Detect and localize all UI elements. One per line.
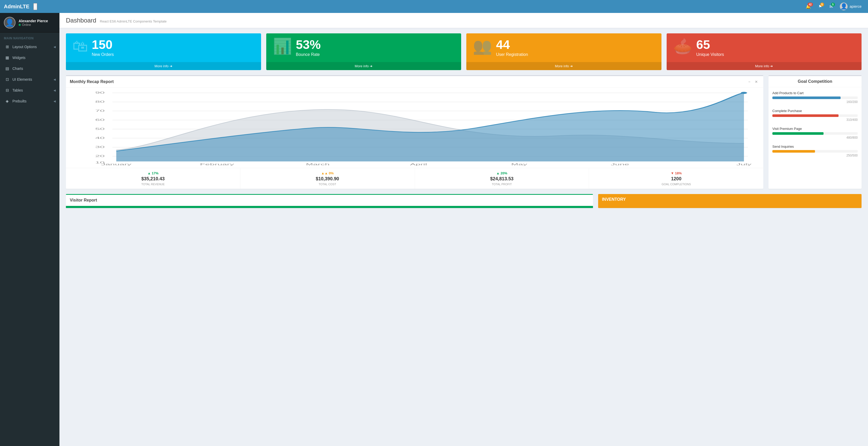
content-body: 🛍 150 New Orders More info ➜ 📊 xyxy=(59,28,868,213)
bounce-more-info[interactable]: More info ➜ xyxy=(266,62,461,70)
svg-text:90: 90 xyxy=(95,91,105,94)
cost-change-value: 0% xyxy=(329,171,334,175)
navbar-username: apierce xyxy=(850,4,862,8)
charts-icon: ▤ xyxy=(5,66,10,71)
completions-label: GOAL COMPLETIONS xyxy=(592,183,760,186)
info-box-visitors: 🥧 65 Unique Visitors More info ➜ xyxy=(666,33,862,70)
bottom-row: Visitor Report INVENTORY xyxy=(66,194,862,208)
sidebar-status: Online xyxy=(19,23,48,27)
svg-text:40: 40 xyxy=(95,136,105,140)
svg-text:30: 30 xyxy=(95,145,105,148)
user-menu[interactable]: 👤 apierce xyxy=(837,1,864,12)
widgets-icon: ▦ xyxy=(5,55,10,60)
bounce-text: Bounce Rate xyxy=(296,52,321,57)
monthly-report-header: Monthly Recap Report − ✕ xyxy=(66,76,763,88)
alerts-button[interactable]: ⚑ 5 xyxy=(815,2,825,12)
sidebar-item-layout-options[interactable]: ⊞ Layout Options ◀ xyxy=(0,41,59,52)
sidebar-avatar: 👤 xyxy=(4,17,16,28)
sidebar-toggle-button[interactable]: ≡ xyxy=(33,3,37,10)
close-button[interactable]: ✕ xyxy=(753,79,760,84)
down-arrow-icon xyxy=(671,171,674,175)
page-subtitle: React ES6 AdminLTE Components Template xyxy=(100,20,166,23)
navbar-right-section: 🔔 42 ⚑ 5 ✉ 5 👤 apierce xyxy=(803,1,864,12)
svg-text:February: February xyxy=(200,163,235,166)
orders-more-info[interactable]: More info ➜ xyxy=(66,62,261,70)
visitors-number: 65 xyxy=(696,38,724,51)
visitor-report-header: Visitor Report xyxy=(66,195,593,206)
goal-item-purchase: Complete Purchase 310/400 xyxy=(772,109,858,122)
messages-button[interactable]: ✉ 5 xyxy=(826,2,836,12)
chart-container: 90 80 70 60 50 40 30 20 10 xyxy=(66,88,763,168)
goal-item-premium: Visit Premium Page 480/800 xyxy=(772,127,858,140)
neutral-arrow-icon: ▲ xyxy=(321,171,328,175)
info-box-reg-content: 👥 44 User Registration xyxy=(466,33,661,62)
chevron-right-icon-ui: ◀ xyxy=(54,78,56,81)
main-content: Dashboard React ES6 AdminLTE Components … xyxy=(59,13,868,446)
sidebar-item-widgets[interactable]: ▦ Widgets xyxy=(0,52,59,63)
progress-wrap-purchase xyxy=(772,114,858,117)
visitor-report-title: Visitor Report xyxy=(70,198,97,203)
profit-label: TOTAL PROFIT xyxy=(418,183,586,186)
goal-max-add-cart: 200 xyxy=(852,100,858,104)
profit-change: 20% xyxy=(418,171,586,175)
visitors-more-info[interactable]: More info ➜ xyxy=(666,62,862,70)
progress-wrap-add-cart xyxy=(772,96,858,99)
orders-footer-label: More info xyxy=(155,64,168,68)
tables-icon: ⊟ xyxy=(5,88,10,93)
info-box-registrations: 👥 44 User Registration More info ➜ xyxy=(466,33,661,70)
svg-text:60: 60 xyxy=(95,118,105,121)
main-layout: 👤 Alexander Pierce Online Main Navigatio… xyxy=(0,13,868,446)
arrow-right-icon: ➜ xyxy=(169,64,173,68)
notifications-badge: 42 xyxy=(807,3,813,6)
chart-footer-cost: ▲ 0% $10,390.90 TOTAL COST xyxy=(240,168,415,189)
visitor-progress-bar xyxy=(66,206,593,208)
completions-change-value: 18% xyxy=(675,171,682,175)
orders-text: New Orders xyxy=(92,52,114,57)
profit-change-value: 20% xyxy=(501,171,507,175)
up-arrow-icon xyxy=(148,171,151,175)
sidebar-item-prebuilts[interactable]: ◈ Prebuilts ◀ xyxy=(0,96,59,107)
profit-arrow-icon xyxy=(496,171,500,175)
reg-number: 44 xyxy=(496,38,528,51)
reg-more-info[interactable]: More info ➜ xyxy=(466,62,661,70)
info-box-orders: 🛍 150 New Orders More info ➜ xyxy=(66,33,261,70)
charts-row: Monthly Recap Report − ✕ xyxy=(66,75,862,189)
sidebar-status-label: Online xyxy=(22,23,31,27)
chart-footer: 17% $35,210.43 TOTAL REVENUE ▲ 0% $ xyxy=(66,168,763,189)
notifications-button[interactable]: 🔔 42 xyxy=(803,2,814,12)
chart-footer-completions: 18% 1200 GOAL COMPLETIONS xyxy=(589,168,763,189)
info-box-orders-content: 🛍 150 New Orders xyxy=(66,33,261,62)
user-photo-icon: 👤 xyxy=(840,3,847,10)
sidebar-item-charts[interactable]: ▤ Charts xyxy=(0,63,59,74)
goal-value-inquiries: 250/500 xyxy=(772,154,858,157)
chevron-right-icon-prebuilts: ◀ xyxy=(54,99,56,103)
box-tools: − ✕ xyxy=(747,79,760,84)
monthly-chart-svg: 90 80 70 60 50 40 30 20 10 xyxy=(66,88,763,168)
goal-value-add-cart: 160/200 xyxy=(772,100,858,104)
inventory-title: INVENTORY xyxy=(598,194,862,205)
bounce-number: 53% xyxy=(296,38,321,51)
sidebar-user-panel: 👤 Alexander Pierce Online xyxy=(0,13,59,33)
chevron-right-icon: ◀ xyxy=(54,45,56,49)
svg-text:July: July xyxy=(737,163,752,166)
goal-item-add-cart: Add Products to Cart 160/200 xyxy=(772,91,858,104)
cost-value: $10,390.90 xyxy=(244,176,411,182)
svg-text:20: 20 xyxy=(95,154,105,157)
sidebar-item-ui-elements[interactable]: ⊡ UI Elements ◀ xyxy=(0,74,59,85)
info-boxes-grid: 🛍 150 New Orders More info ➜ 📊 xyxy=(66,33,862,70)
svg-text:June: June xyxy=(611,163,629,166)
goal-label-inquiries: Send Inquiries xyxy=(772,145,858,148)
sidebar-item-label-ui: UI Elements xyxy=(12,77,54,82)
minimize-button[interactable]: − xyxy=(747,79,752,84)
bounce-footer-label: More info xyxy=(354,64,369,68)
sidebar-item-label-widgets: Widgets xyxy=(12,56,56,60)
arrow-right-icon-bounce: ➜ xyxy=(370,64,372,68)
bounce-icon: 📊 xyxy=(273,38,292,54)
chart-peak-dot xyxy=(741,92,747,94)
goal-competition-title: Goal Competition xyxy=(769,76,862,87)
reg-footer-label: More info xyxy=(555,64,569,68)
sidebar-item-tables[interactable]: ⊟ Tables ◀ xyxy=(0,85,59,96)
progress-wrap-premium xyxy=(772,132,858,135)
goal-max-purchase: 400 xyxy=(852,118,858,122)
alerts-badge: 5 xyxy=(820,3,824,6)
